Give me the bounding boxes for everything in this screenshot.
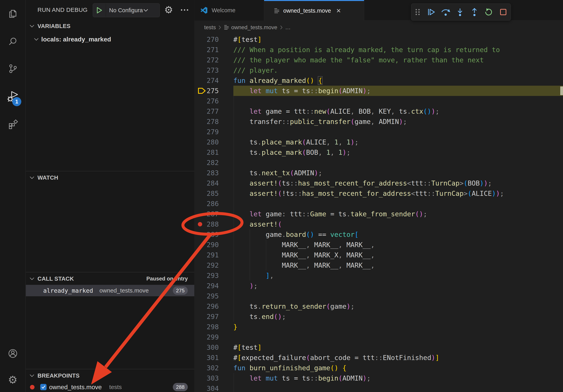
gutter-line-276[interactable]: 276 [194,96,233,106]
gutter-line-289[interactable]: 289 [194,229,233,240]
breakpoint-row[interactable]: owned_tests.move tests 288 [26,381,194,392]
gutter-line-280[interactable]: 280 [194,137,233,147]
code-line-297[interactable]: 297 ts.end(); [194,312,563,322]
code-text-line-298[interactable]: } [233,322,237,332]
code-line-295[interactable]: 295 [194,291,563,301]
breadcrumb-tests[interactable]: tests [204,24,216,31]
section-variables[interactable]: VARIABLES [26,20,194,32]
breakpoint-dot-icon[interactable] [198,219,202,229]
tab-owned-tests-move[interactable]: owned_tests.move ✕ [264,0,364,21]
code-line-280[interactable]: 280 ts.place_mark(ALICE, 1, 1); [194,137,563,147]
step-into-button[interactable] [453,3,467,21]
code-text-line-287[interactable]: let game: ttt::Game = ts.take_from_sende… [233,209,427,219]
tab-welcome[interactable]: Welcome [194,0,264,21]
code-line-281[interactable]: 281 ts.place_mark(BOB, 1, 1); [194,147,563,157]
code-text-line-290[interactable]: MARK__, MARK__, MARK__, [233,240,375,250]
gutter-line-300[interactable]: 300 [194,342,233,353]
code-line-272[interactable]: 272/// the player who made the "false" m… [194,55,563,65]
code-text-line-296[interactable]: ts.return_to_sender(game); [233,301,355,312]
gutter-line-279[interactable]: 279 [194,127,233,137]
code-text-line-275[interactable]: let mut ts = ts::begin(ADMIN); [233,86,371,96]
gear-icon[interactable]: ⚙ [164,5,173,15]
gutter-line-291[interactable]: 291 [194,250,233,260]
gutter-line-274[interactable]: 274 [194,75,233,86]
code-text-line-285[interactable]: assert!(!ts::has_most_recent_for_address… [233,188,504,198]
code-text-line-297[interactable]: ts.end(); [233,312,286,322]
gutter-line-304[interactable]: 304 [194,383,233,392]
code-line-278[interactable]: 278 transfer::public_transfer(game, ADMI… [194,117,563,127]
code-text-line-271[interactable]: /// When a position is already marked, t… [233,45,500,55]
gutter-line-286[interactable]: 286 [194,198,233,209]
gutter-line-288[interactable]: 288 [194,219,233,229]
code-line-294[interactable]: 294 ); [194,281,563,291]
section-watch[interactable]: WATCH [26,171,194,184]
gutter-line-277[interactable]: 277 [194,106,233,117]
gutter-line-303[interactable]: 303 [194,373,233,383]
gutter-line-302[interactable]: 302 [194,363,233,373]
code-text-line-303[interactable]: let mut ts = ts::begin(ADMIN); [233,373,371,383]
explorer-icon[interactable] [7,8,19,20]
gutter-line-290[interactable]: 290 [194,240,233,250]
search-icon[interactable] [7,36,19,47]
gutter-line-281[interactable]: 281 [194,147,233,157]
variables-scope-locals[interactable]: locals: already_marked [26,34,194,45]
code-line-303[interactable]: 303 let mut ts = ts::begin(ADMIN); [194,373,563,383]
code-line-291[interactable]: 291 MARK__, MARK_X, MARK__, [194,250,563,260]
gutter-line-292[interactable]: 292 [194,260,233,270]
code-line-283[interactable]: 283 ts.next_tx(ADMIN); [194,168,563,178]
code-line-296[interactable]: 296 ts.return_to_sender(game); [194,301,563,312]
section-call-stack[interactable]: CALL STACK Paused on entry [26,272,194,285]
code-line-292[interactable]: 292 MARK__, MARK__, MARK__, [194,260,563,270]
code-line-287[interactable]: 287 let game: ttt::Game = ts.take_from_s… [194,209,563,219]
stop-button[interactable] [496,3,510,21]
code-text-line-301[interactable]: #[expected_failure(abort_code = ttt::ENo… [233,353,439,363]
code-text-line-300[interactable]: #[test] [233,342,262,353]
code-text-line-273[interactable]: /// player. [233,65,278,75]
code-text-line-281[interactable]: ts.place_mark(BOB, 1, 1); [233,147,351,157]
gutter-line-287[interactable]: 287 [194,209,233,219]
gutter-line-270[interactable]: 270 [194,34,233,45]
code-text-line-288[interactable]: assert!( [233,219,282,229]
gutter-line-293[interactable]: 293 [194,270,233,281]
gutter-line-271[interactable]: 271 [194,45,233,55]
gutter-line-298[interactable]: 298 [194,322,233,332]
code-line-304[interactable]: 304 [194,383,563,392]
gutter-line-296[interactable]: 296 [194,301,233,312]
code-text-line-278[interactable]: transfer::public_transfer(game, ADMIN); [233,117,407,127]
code-line-282[interactable]: 282 [194,157,563,168]
gutter-line-283[interactable]: 283 [194,168,233,178]
close-icon[interactable]: ✕ [336,7,341,14]
gutter-line-282[interactable]: 282 [194,157,233,168]
gutter-line-295[interactable]: 295 [194,291,233,301]
code-line-289[interactable]: 289 game.board() == vector[ [194,229,563,240]
code-line-301[interactable]: 301#[expected_failure(abort_code = ttt::… [194,353,563,363]
code-line-290[interactable]: 290 MARK__, MARK__, MARK__, [194,240,563,250]
code-line-277[interactable]: 277 let game = ttt::new(ALICE, BOB, KEY,… [194,106,563,117]
code-line-274[interactable]: 274fun already_marked() { [194,75,563,86]
continue-button[interactable] [424,3,438,21]
breakpoint-checkbox[interactable] [40,384,47,390]
code-line-273[interactable]: 273/// player. [194,65,563,75]
code-editor[interactable]: 270#[test]271/// When a position is alre… [194,34,563,392]
code-line-299[interactable]: 299 [194,332,563,342]
code-text-line-284[interactable]: assert!(ts::has_most_recent_for_address<… [233,178,492,188]
code-text-line-280[interactable]: ts.place_mark(ALICE, 1, 1); [233,137,359,147]
code-text-line-294[interactable]: ); [233,281,258,291]
debug-current-line-icon[interactable] [198,86,206,96]
gutter-line-301[interactable]: 301 [194,353,233,363]
code-text-line-272[interactable]: /// the player who made the "false" move… [233,55,484,65]
breadcrumb-file[interactable]: owned_tests.move [231,24,277,31]
account-icon[interactable] [7,348,19,359]
code-text-line-270[interactable]: #[test] [233,34,262,45]
step-over-button[interactable] [438,3,453,21]
gutter-line-284[interactable]: 284 [194,178,233,188]
code-line-286[interactable]: 286 [194,198,563,209]
breadcrumb-more[interactable]: … [285,24,291,31]
code-line-302[interactable]: 302fun burn_unfinished_game() { [194,363,563,373]
code-text-line-291[interactable]: MARK__, MARK_X, MARK__, [233,250,375,260]
code-text-line-283[interactable]: ts.next_tx(ADMIN); [233,168,322,178]
gutter-line-297[interactable]: 297 [194,312,233,322]
code-line-275[interactable]: 275 let mut ts = ts::begin(ADMIN); [194,86,563,96]
restart-button[interactable] [482,3,496,21]
code-line-293[interactable]: 293 ], [194,270,563,281]
